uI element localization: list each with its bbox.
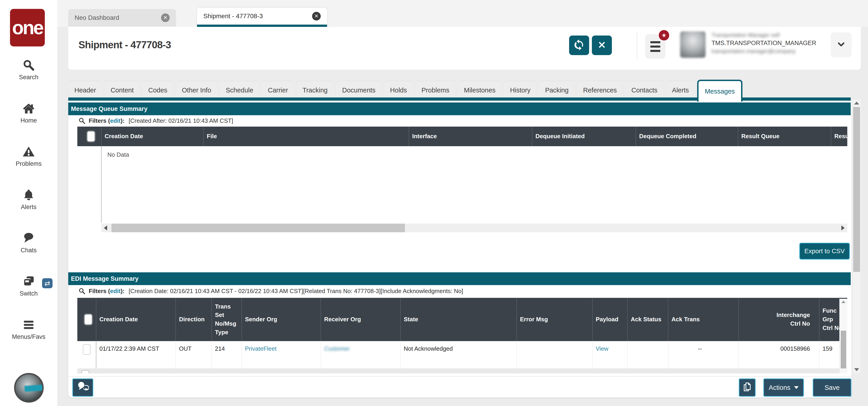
col-creation-date[interactable]: Creation Date bbox=[101, 126, 203, 146]
tab-problems[interactable]: Problems bbox=[415, 81, 456, 99]
sidebar-avatar[interactable] bbox=[14, 373, 44, 403]
actions-button[interactable]: Actions bbox=[763, 378, 804, 397]
sidebar: one Search Home Problems Alerts Chats bbox=[0, 0, 57, 406]
tab-holds[interactable]: Holds bbox=[384, 81, 413, 99]
caret-down-icon bbox=[794, 386, 799, 389]
filters-value: [Creation Date: 02/16/21 10:43 AM CST - … bbox=[128, 288, 463, 295]
mq-empty-text: No Data bbox=[107, 151, 129, 158]
edit-filters-link[interactable]: edit bbox=[110, 288, 121, 295]
close-tab-icon[interactable]: ✕ bbox=[161, 13, 170, 22]
filters-label: Filters bbox=[89, 117, 106, 124]
col-state[interactable]: State bbox=[400, 298, 517, 341]
sidebar-item-problems[interactable]: Problems bbox=[0, 145, 57, 167]
tab-references[interactable]: References bbox=[577, 81, 623, 99]
app-tab-shipment[interactable]: Shipment - 477708-3 ✕ bbox=[197, 8, 327, 25]
tab-tracking[interactable]: Tracking bbox=[297, 81, 334, 99]
actions-label: Actions bbox=[769, 384, 790, 392]
tab-header[interactable]: Header bbox=[68, 81, 102, 99]
row-checkbox[interactable] bbox=[82, 370, 89, 373]
sidebar-item-label: Home bbox=[0, 117, 57, 124]
tab-documents[interactable]: Documents bbox=[336, 81, 382, 99]
close-tab-icon[interactable]: ✕ bbox=[312, 12, 321, 21]
chat-panel-button[interactable] bbox=[72, 378, 93, 397]
select-all-checkbox[interactable] bbox=[87, 131, 95, 142]
col-ack-trans[interactable]: Ack Trans bbox=[668, 298, 739, 341]
tab-content[interactable]: Content bbox=[104, 81, 140, 99]
col-direction[interactable]: Direction bbox=[176, 298, 212, 341]
tab-packing[interactable]: Packing bbox=[539, 81, 575, 99]
search-icon bbox=[22, 59, 35, 72]
sidebar-item-home[interactable]: Home bbox=[0, 102, 57, 124]
header-divider bbox=[637, 32, 637, 60]
app-tab-strip: Neo Dashboard ✕ Shipment - 477708-3 ✕ bbox=[57, 0, 868, 27]
edi-vertical-scrollbar[interactable] bbox=[839, 299, 847, 373]
cell-ack-trans: -- bbox=[668, 341, 739, 369]
tab-other-info[interactable]: Other Info bbox=[176, 81, 217, 99]
switch-swap-badge-icon[interactable]: ⇄ bbox=[42, 278, 53, 288]
user-menu-button[interactable] bbox=[831, 32, 851, 57]
col-payload[interactable]: Payload bbox=[592, 298, 627, 341]
tab-schedule[interactable]: Schedule bbox=[220, 81, 259, 99]
col-sender-org[interactable]: Sender Org bbox=[242, 298, 321, 341]
tab-milestones[interactable]: Milestones bbox=[458, 81, 502, 99]
one-logo[interactable]: one bbox=[10, 9, 45, 47]
scroll-left-icon[interactable] bbox=[104, 226, 107, 230]
user-avatar[interactable] bbox=[680, 31, 706, 58]
tab-contacts[interactable]: Contacts bbox=[625, 81, 663, 99]
app-tab-neo-dashboard[interactable]: Neo Dashboard ✕ bbox=[68, 9, 176, 26]
row-checkbox[interactable] bbox=[83, 344, 91, 355]
col-file[interactable]: File bbox=[203, 126, 409, 146]
tab-alerts[interactable]: Alerts bbox=[666, 81, 695, 99]
tab-carrier[interactable]: Carrier bbox=[261, 81, 294, 99]
col-interchange-ctrl-no[interactable]: Interchange Ctrl No bbox=[739, 298, 819, 341]
payload-view-link[interactable]: View bbox=[596, 345, 609, 352]
mq-hscroll-thumb[interactable] bbox=[112, 224, 405, 232]
receiver-org-link-blurred[interactable]: Customer bbox=[324, 345, 350, 352]
sidebar-item-alerts[interactable]: Alerts bbox=[0, 188, 57, 211]
sidebar-item-search[interactable]: Search bbox=[0, 59, 57, 81]
col-result-queue[interactable]: Result Queue bbox=[738, 126, 831, 146]
copy-document-button[interactable] bbox=[739, 378, 756, 397]
col-dequeue-initiated[interactable]: Dequeue Initiated bbox=[532, 126, 636, 146]
col-creation-date[interactable]: Creation Date bbox=[96, 298, 176, 341]
sidebar-item-menus-favs[interactable]: Menus/Favs bbox=[0, 318, 57, 341]
col-result-clipped[interactable]: Result bbox=[831, 126, 847, 146]
tab-codes[interactable]: Codes bbox=[142, 81, 174, 99]
sender-org-link[interactable]: PrivateFleet bbox=[245, 345, 277, 352]
edit-filters-link[interactable]: edit bbox=[110, 117, 121, 124]
col-dequeue-completed[interactable]: Dequeue Completed bbox=[636, 126, 738, 146]
edi-vscroll-thumb[interactable] bbox=[841, 330, 846, 369]
save-button[interactable]: Save bbox=[813, 378, 851, 397]
copy-document-icon bbox=[742, 382, 752, 394]
scroll-up-icon[interactable] bbox=[854, 102, 859, 105]
page-vscroll-thumb[interactable] bbox=[853, 107, 860, 272]
select-all-checkbox[interactable] bbox=[84, 314, 92, 325]
mq-horizontal-scrollbar[interactable] bbox=[101, 224, 847, 232]
col-trans-set[interactable]: Trans Set No/Msg Type bbox=[212, 298, 242, 341]
col-receiver-org[interactable]: Receiver Org bbox=[321, 298, 400, 341]
cell-ack-status bbox=[627, 341, 668, 369]
close-record-button[interactable] bbox=[592, 35, 612, 55]
scroll-down-icon[interactable] bbox=[854, 368, 859, 371]
chat-bubble-icon bbox=[22, 232, 35, 245]
tab-history[interactable]: History bbox=[504, 81, 536, 99]
col-interface[interactable]: Interface bbox=[409, 126, 532, 146]
avatar-visor bbox=[24, 385, 43, 392]
cell-trans-set: 214 bbox=[212, 341, 242, 369]
filters-value: [Created After: 02/16/21 10:43 AM CST] bbox=[128, 117, 233, 124]
refresh-button[interactable] bbox=[569, 35, 589, 55]
shipment-tab-bar: Header Content Codes Other Info Schedule… bbox=[68, 81, 853, 99]
col-error-msg[interactable]: Error Msg bbox=[517, 298, 592, 341]
windows-stack-icon bbox=[22, 275, 35, 289]
edi-table-row[interactable]: 01/17/22 2:39 AM CST OUT 214 PrivateFlee… bbox=[78, 341, 847, 369]
tab-messages[interactable]: Messages bbox=[697, 80, 742, 102]
export-to-csv-button[interactable]: Export to CSV bbox=[799, 243, 850, 260]
page-vertical-scrollbar[interactable] bbox=[852, 99, 861, 373]
user-name-blurred: Transportation Manager self bbox=[712, 32, 830, 38]
sidebar-item-chats[interactable]: Chats bbox=[0, 232, 57, 254]
col-ack-status[interactable]: Ack Status bbox=[627, 298, 668, 341]
scroll-right-icon[interactable] bbox=[841, 226, 844, 230]
section-title: EDI Message Summary bbox=[71, 275, 138, 282]
scroll-up-icon[interactable] bbox=[841, 300, 845, 303]
bell-icon bbox=[22, 188, 35, 202]
